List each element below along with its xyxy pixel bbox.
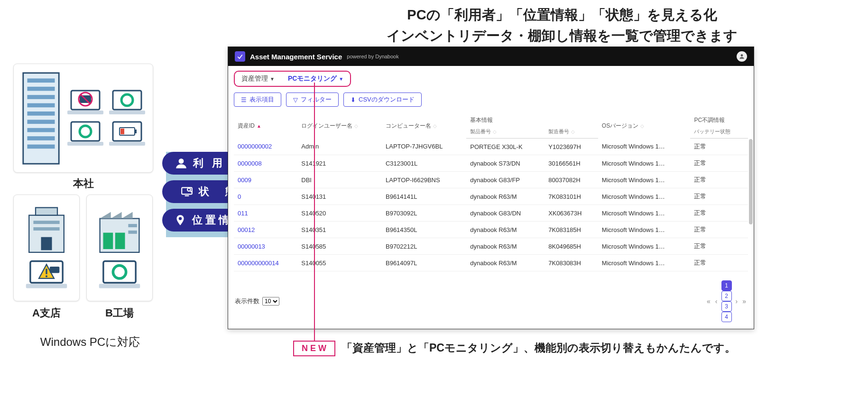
cell: dynabook R63/M — [466, 188, 545, 205]
svg-rect-28 — [33, 221, 59, 224]
cell-asset-id[interactable]: 0 — [234, 188, 297, 205]
vertical-scrollbar[interactable] — [749, 139, 753, 224]
pagesize-label: 表示件数 — [235, 297, 259, 306]
table-row: 00012S140351B9614350Ldynabook R63/M7K083… — [234, 222, 748, 238]
monitor-icon — [181, 185, 193, 198]
svg-rect-42 — [115, 232, 125, 249]
svg-rect-43 — [128, 224, 137, 227]
cell-asset-id[interactable]: 0009 — [234, 172, 297, 188]
columns-button[interactable]: ☰表示項目 — [234, 93, 281, 107]
col-battery-status[interactable]: バッテリー状態 — [690, 127, 748, 139]
pager-next[interactable]: › — [735, 297, 739, 305]
col-pc-issue: PC不調情報 — [690, 112, 748, 127]
svg-rect-25 — [120, 129, 124, 134]
svg-rect-7 — [28, 128, 55, 132]
col-serial-no[interactable]: 製造番号◇ — [545, 127, 598, 139]
cell: 80037082H — [545, 172, 598, 188]
svg-point-55 — [741, 54, 743, 56]
pager-page-1[interactable]: 1 — [721, 280, 732, 291]
cell: 7K083101H — [545, 188, 598, 205]
cell: LAPTOP-I6629BNS — [382, 172, 466, 188]
svg-rect-1 — [28, 78, 55, 83]
pager-page-2[interactable]: 2 — [721, 291, 732, 301]
cell: S141921 — [297, 155, 382, 172]
cell-asset-id[interactable]: 00000013 — [234, 238, 297, 255]
pager-page-3[interactable]: 3 — [721, 301, 732, 312]
app-subtitle: powered by Dynabook — [347, 54, 398, 59]
app-logo-icon — [235, 51, 245, 62]
cell: Microsoft Windows 1… — [598, 188, 691, 205]
svg-rect-8 — [28, 136, 55, 140]
col-os-version[interactable]: OSバージョン◇ — [598, 112, 691, 139]
cell: dynabook R63/M — [466, 271, 545, 276]
app-title: Asset Management Service — [250, 53, 342, 61]
svg-rect-3 — [28, 95, 55, 99]
headline-line1: PCの「利用者」「位置情報」「状態」を見える化 — [407, 7, 717, 22]
grid-footer: 表示件数 10 « ‹ 1234 › » — [228, 276, 754, 329]
cell-asset-id[interactable]: 0000000002 — [234, 139, 297, 155]
svg-rect-6 — [28, 120, 55, 124]
cell: dynabook S73/DN — [466, 155, 545, 172]
cell-asset-id[interactable]: 000000000014 — [234, 255, 297, 271]
user-avatar-icon[interactable] — [737, 51, 747, 62]
filter-button[interactable]: ▽フィルター — [286, 93, 339, 107]
pager-first[interactable]: « — [706, 297, 711, 305]
cell: 正常 — [690, 255, 748, 271]
tab-pc-monitoring[interactable]: PCモニタリング▼ — [281, 72, 350, 86]
svg-marker-38 — [100, 212, 111, 219]
cell: S140577 — [297, 271, 382, 276]
sort-icon: ◇ — [433, 123, 437, 129]
label-windows: Windows PCに対応 — [19, 334, 161, 350]
svg-point-35 — [46, 276, 47, 278]
table-row: 00000013S140585B9702212Ldynabook R63/M8K… — [234, 238, 748, 255]
pager-prev[interactable]: ‹ — [714, 297, 719, 305]
cell: XK063673H — [545, 205, 598, 222]
col-login-user[interactable]: ログインユーザー名◇ — [297, 112, 382, 139]
cell: 7K083185H — [545, 222, 598, 238]
pager-page-4[interactable]: 4 — [721, 312, 732, 322]
cell: 正常 — [690, 172, 748, 188]
cell: PORTEGE X30L-K — [466, 139, 545, 155]
table-row: 000000000014S140055B9614097Ldynabook R63… — [234, 255, 748, 271]
pager-last[interactable]: » — [741, 297, 747, 305]
csv-download-button[interactable]: ⬇CSVのダウンロード — [343, 93, 422, 107]
nav-tabs: 資産管理▼ PCモニタリング▼ — [234, 71, 351, 87]
cell: dynabook R63/M — [466, 255, 545, 271]
chevron-down-icon: ▼ — [339, 76, 343, 82]
cell: Y1023697H — [545, 139, 598, 155]
cell-asset-id[interactable]: 00012 — [234, 222, 297, 238]
svg-rect-27 — [36, 207, 57, 215]
svg-rect-0 — [23, 73, 59, 163]
col-product-no[interactable]: 製品番号◇ — [466, 127, 545, 139]
tab-asset-management[interactable]: 資産管理▼ — [235, 72, 281, 86]
cell-asset-id[interactable]: 000000000015 — [234, 271, 297, 276]
location-icon — [174, 214, 186, 226]
cell: B9614350L — [382, 222, 466, 238]
cell: S140351 — [297, 222, 382, 238]
laptop-ok-icon — [108, 89, 146, 116]
cell: 正常 — [690, 139, 748, 155]
laptop-error-icon — [66, 89, 104, 116]
data-grid: 資産ID▲ ログインユーザー名◇ コンピューター名◇ 基本情報 OSバージョン◇… — [228, 112, 754, 276]
cell: B9703092L — [382, 205, 466, 222]
cell: S140520 — [297, 205, 382, 222]
toolbar: ☰表示項目 ▽フィルター ⬇CSVのダウンロード — [228, 89, 754, 112]
col-computer-name[interactable]: コンピューター名◇ — [382, 112, 466, 139]
cell: S140131 — [297, 188, 382, 205]
laptop-ok-icon — [66, 120, 104, 148]
pagesize-select[interactable]: 10 — [262, 297, 279, 306]
cell-asset-id[interactable]: 011 — [234, 205, 297, 222]
card-hq — [13, 64, 153, 173]
sort-icon: ▲ — [257, 123, 261, 129]
svg-rect-29 — [33, 227, 59, 231]
col-basic-info: 基本情報 — [466, 112, 598, 127]
svg-rect-44 — [128, 231, 137, 234]
cell-asset-id[interactable]: 0000008 — [234, 155, 297, 172]
cell: 30166561H — [545, 155, 598, 172]
building-branch-icon — [25, 205, 68, 255]
cell: B9702214L — [382, 271, 466, 276]
svg-marker-40 — [122, 212, 133, 219]
svg-rect-24 — [135, 130, 137, 133]
col-asset-id[interactable]: 資産ID▲ — [234, 112, 297, 139]
headline-line2: インベントリデータ・棚卸し情報を一覧で管理できます — [387, 28, 738, 43]
